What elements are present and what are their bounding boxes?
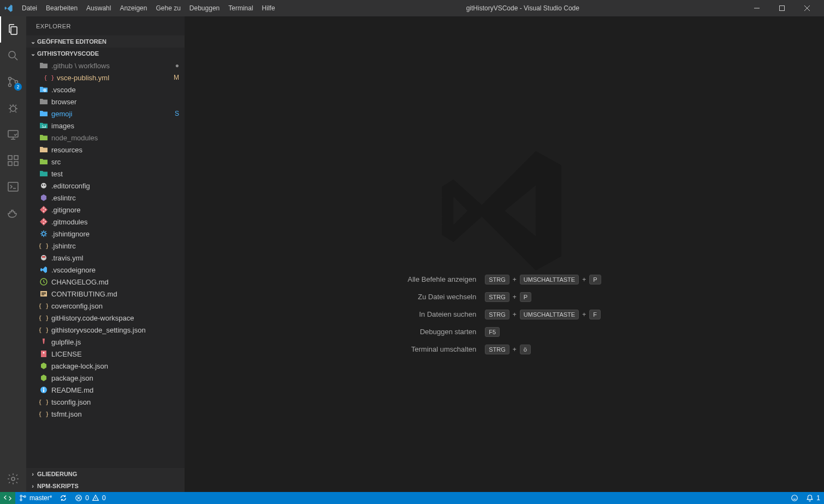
vscode-watermark-icon [434, 140, 576, 283]
section-npm-scripts[interactable]: › NPM-SKRIPTS [26, 480, 185, 492]
warning-count: 0 [102, 494, 106, 502]
section-outline[interactable]: › GLIEDERUNG [26, 468, 185, 480]
status-bar: master* 0 0 1 [0, 492, 824, 504]
tree-item-decoration: ● [175, 62, 179, 69]
tree-item[interactable]: .vscode [26, 84, 185, 96]
close-button[interactable] [795, 0, 820, 16]
section-open-editors[interactable]: ⌄ GEÖFFNETE EDITOREN [26, 35, 185, 48]
tree-item-label: .vscodeignore [51, 266, 179, 274]
changelog-icon [39, 277, 48, 286]
tree-item[interactable]: .travis.yml [26, 252, 185, 264]
tree-item-label: browser [51, 98, 179, 106]
section-label: NPM-SKRIPTS [37, 483, 79, 489]
svg-text:{ }: { } [45, 74, 54, 81]
info-icon [39, 386, 48, 394]
svg-point-3 [9, 84, 11, 87]
shortcut-label: Zu Datei wechseln [407, 293, 476, 301]
tree-item-label: .github \ workflows [51, 62, 172, 70]
menu-item-bearbeiten[interactable]: Bearbeiten [42, 0, 82, 16]
tree-item-label: .gitmodules [51, 218, 179, 226]
svg-text:{ }: { } [39, 315, 48, 322]
activity-remote-explorer[interactable] [0, 121, 26, 147]
tree-item[interactable]: CONTRIBUTING.md [26, 288, 185, 300]
braces-icon: { } [39, 325, 48, 334]
vscode-icon [39, 265, 48, 274]
activity-explorer[interactable] [0, 16, 26, 43]
activity-docker[interactable] [0, 200, 26, 226]
tree-item[interactable]: .gitmodules [26, 216, 185, 228]
tree-item[interactable]: node_modules [26, 132, 185, 144]
menu-item-debuggen[interactable]: Debuggen [185, 0, 224, 16]
section-folder[interactable]: ⌄ GITHISTORYVSCODE [26, 48, 185, 60]
svg-text:{ }: { } [39, 303, 48, 310]
tree-item[interactable]: .github \ workflows● [26, 60, 185, 72]
tree-item[interactable]: src [26, 156, 185, 168]
menu-item-gehe zu[interactable]: Gehe zu [151, 0, 185, 16]
activity-scm[interactable]: 2 [0, 69, 26, 95]
braces-icon: { } [39, 398, 48, 406]
menu-item-terminal[interactable]: Terminal [224, 0, 257, 16]
tree-item[interactable]: package.json [26, 372, 185, 384]
minimize-button[interactable] [744, 0, 769, 16]
activity-terminal-panel[interactable] [0, 174, 26, 200]
tree-item-label: images [51, 122, 179, 130]
menu-item-hilfe[interactable]: Hilfe [258, 0, 280, 16]
window-controls [744, 0, 820, 16]
activity-settings[interactable] [0, 466, 26, 492]
status-remote[interactable] [0, 492, 15, 504]
tree-item[interactable]: { }githistoryvscode_settings.json [26, 324, 185, 336]
svg-text:{ }: { } [39, 327, 48, 334]
tree-item[interactable]: { }.jshintrc [26, 240, 185, 252]
svg-point-12 [11, 477, 15, 481]
tree-item[interactable]: images [26, 120, 185, 132]
tree-item[interactable]: CHANGELOG.md [26, 276, 185, 288]
tree-item[interactable]: gemojiS [26, 108, 185, 120]
activity-debug[interactable] [0, 95, 26, 121]
svg-point-24 [42, 232, 45, 235]
status-branch[interactable]: master* [15, 492, 56, 504]
folder-vscode-icon [39, 85, 48, 94]
tree-item[interactable]: { }coverconfig.json [26, 300, 185, 312]
activity-search[interactable] [0, 43, 26, 69]
menu-bar: DateiBearbeitenAuswahlAnzeigenGehe zuDeb… [17, 0, 280, 16]
tree-item[interactable]: gulpfile.js [26, 336, 185, 348]
tree-item-label: .editorconfig [51, 182, 179, 190]
tree-item[interactable]: package-lock.json [26, 360, 185, 372]
status-sync[interactable] [56, 492, 71, 504]
menu-item-datei[interactable]: Datei [17, 0, 42, 16]
tree-item[interactable]: .jshintignore [26, 228, 185, 240]
tree-item-label: node_modules [51, 134, 179, 142]
tree-item[interactable]: README.md [26, 384, 185, 396]
tree-item[interactable]: .vscodeignore [26, 264, 185, 276]
tree-item[interactable]: { }tsfmt.json [26, 408, 185, 420]
tree-item[interactable]: .editorconfig [26, 180, 185, 192]
welcome-shortcuts: Alle Befehle anzeigenSTRG+UMSCHALTTASTE+… [407, 275, 601, 354]
gear-icon [39, 229, 48, 238]
tree-item-label: CONTRIBUTING.md [51, 290, 179, 298]
tree-item[interactable]: .eslintrc [26, 192, 185, 204]
tree-item[interactable]: { }gitHistory.code-workspace [26, 312, 185, 324]
braces-icon: { } [45, 73, 54, 82]
tree-item[interactable]: { }tsconfig.json [26, 396, 185, 408]
tree-item[interactable]: .gitignore [26, 204, 185, 216]
tree-item[interactable]: LICENSE [26, 348, 185, 360]
tree-item[interactable]: browser [26, 96, 185, 108]
menu-item-anzeigen[interactable]: Anzeigen [115, 0, 151, 16]
svg-point-5 [10, 106, 16, 111]
tree-item[interactable]: resources [26, 144, 185, 156]
braces-icon: { } [39, 241, 48, 250]
status-feedback[interactable] [787, 492, 802, 504]
svg-point-1 [9, 51, 15, 58]
activity-extensions[interactable] [0, 147, 26, 174]
svg-point-41 [792, 495, 798, 501]
editorconfig-icon [39, 181, 48, 190]
tree-item-label: .travis.yml [51, 254, 179, 262]
tree-item[interactable]: { }vsce-publish.ymlM [26, 72, 185, 84]
tree-item[interactable]: test [26, 168, 185, 180]
tree-item-label: src [51, 158, 179, 166]
maximize-button[interactable] [769, 0, 795, 16]
notification-count: 1 [816, 494, 820, 502]
menu-item-auswahl[interactable]: Auswahl [82, 0, 115, 16]
status-notifications[interactable]: 1 [802, 492, 824, 504]
status-problems[interactable]: 0 0 [71, 492, 109, 504]
